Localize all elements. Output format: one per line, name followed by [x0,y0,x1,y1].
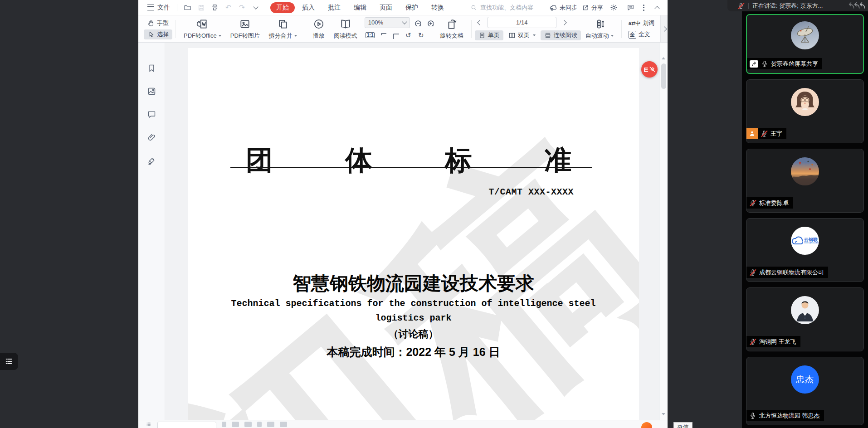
tab-insert[interactable]: 插入 [296,2,321,13]
print-icon [211,4,219,11]
undo-button[interactable]: ↶ [222,2,234,13]
participant-tile[interactable]: 标准委陈卓 [746,149,864,213]
more-menu-button[interactable] [641,5,646,11]
vertical-scrollbar[interactable] [659,43,668,420]
zoom-out-button[interactable] [411,18,423,28]
rotate-document-button[interactable]: 旋转文档 [435,17,468,41]
standard-number: T/CAMT XXX-XXXX [488,187,574,197]
fit-width-button[interactable] [377,30,389,40]
collapse-toolbar-button[interactable] [651,2,663,13]
tab-protect[interactable]: 保护 [400,2,424,13]
hand-tool-button[interactable]: 手型 [144,18,172,28]
scroll-up-arrow[interactable] [662,57,665,59]
edit-disabled-badge[interactable]: E [641,61,658,78]
dropdown-arrow-icon [219,35,221,37]
mic-icon [737,2,744,9]
member-list-button[interactable] [0,353,18,370]
signature-panel-button[interactable] [145,154,158,167]
rotate-left-button[interactable]: ↺ [403,30,414,40]
open-file-button[interactable] [181,2,194,13]
full-translate-button[interactable]: 全 全文 [625,29,658,39]
sync-status-button[interactable]: 未同步 [549,4,577,12]
share-button[interactable]: 分享 [582,4,603,12]
toolbar-overflow-button[interactable] [660,15,668,42]
play-button[interactable]: 播放 [308,17,329,41]
redo-button[interactable]: ↷ [236,2,248,13]
rotate-document-label: 旋转文档 [440,32,463,40]
pdf-to-office-label: PDF转Office [184,32,217,40]
speaking-status-bar: 正在讲话: 贺宗春; 京东方... [727,0,868,11]
feedback-button[interactable] [624,2,637,13]
save-button[interactable] [195,2,207,13]
speaking-bar-controls[interactable] [846,1,866,10]
print-button[interactable] [209,2,221,13]
read-mode-button[interactable]: 阅读模式 [329,17,362,41]
logo-text-en: YUNGANGLIAN [804,242,819,244]
standard-header: 团 体 标 准 [246,142,571,179]
rotate-right-button[interactable]: ↻ [415,30,427,40]
split-merge-label: 拆分合并 [269,32,293,40]
participant-tile[interactable]: 忠杰 北方恒达物流园 韩忠杰 [746,357,864,425]
participant-tile[interactable]: 淘钢网 王龙飞 [746,287,864,351]
single-page-button[interactable]: 单页 [475,30,503,40]
settings-button[interactable] [608,2,620,13]
tab-page[interactable]: 页面 [374,2,398,13]
bookmarks-panel-button[interactable] [145,62,158,74]
tab-edit[interactable]: 编辑 [348,2,372,13]
participant-name: 淘钢网 王龙飞 [759,338,796,346]
split-merge-button[interactable]: 拆分合并 [264,17,302,41]
continuous-reading-label: 连续阅读 [554,31,577,39]
status-icon[interactable] [280,422,287,427]
attachments-panel-button[interactable] [145,131,158,144]
thumbnail-toggle-icon[interactable] [146,422,152,427]
previous-page-button[interactable] [475,18,485,28]
cloud-sync-icon [549,4,557,12]
word-translate-button[interactable]: a⇄中 划词 [625,18,658,28]
bookmark-icon [147,63,156,73]
auto-scroll-button[interactable]: 自动滚动 [581,17,618,41]
zoom-in-button[interactable] [424,18,435,28]
status-icon[interactable] [222,422,226,427]
status-page-input[interactable] [157,422,216,428]
participant-tile[interactable]: 王宇 [746,79,864,143]
signature-pen-icon [147,156,156,165]
participant-tile[interactable]: 云钢联 YUNGANGLIAN 成都云钢联物流有限公司 [746,218,864,282]
dropdown-arrow-icon [611,35,614,37]
app-logo-icon[interactable] [641,422,652,428]
menu-right-group: 未同步 分享 [549,2,663,13]
zoom-level-select[interactable]: 100% [365,17,410,28]
full-translate-icon: 全 [629,31,636,39]
continuous-reading-button[interactable]: 连续阅读 [541,30,581,40]
chevron-up-icon [654,6,659,11]
pdf-to-office-button[interactable]: PDF转Office [179,17,226,41]
quick-access-expand-button[interactable] [249,2,262,13]
pointer-tools-group: 手型 选择 [144,18,172,39]
select-tool-button[interactable]: 选择 [144,29,172,39]
divider [621,20,622,38]
participant-label: 标准委陈卓 [746,197,793,209]
next-page-button[interactable] [559,18,569,28]
tab-annotate[interactable]: 批注 [322,2,346,13]
participant-tile[interactable]: 贺宗春的屏幕共享 [746,14,864,74]
status-icon[interactable] [257,422,262,427]
scrollbar-thumb[interactable] [661,63,666,89]
mic-muted-icon [749,338,756,345]
fit-page-button[interactable] [390,30,401,40]
search-input[interactable]: 查找功能、文档内容 [470,4,546,12]
fit-page-icon [392,32,399,39]
tab-home[interactable]: 开始 [270,2,295,13]
pdf-to-image-button[interactable]: PDF转图片 [226,17,264,41]
status-icon[interactable] [232,422,239,427]
file-menu-button[interactable]: 文件 [145,3,173,13]
page-number-input[interactable]: 1/14 [488,17,556,28]
draft-label: （讨论稿） [188,327,639,341]
double-page-button[interactable]: 双页 [505,30,539,40]
scroll-down-arrow[interactable] [662,413,665,415]
comments-panel-button[interactable] [145,108,158,121]
actual-size-button[interactable]: 1:1 [365,30,376,40]
tab-convert[interactable]: 转换 [425,2,450,13]
divider [471,20,472,38]
images-panel-button[interactable] [145,85,158,97]
status-icon[interactable] [267,422,274,427]
status-icon[interactable] [244,422,252,427]
